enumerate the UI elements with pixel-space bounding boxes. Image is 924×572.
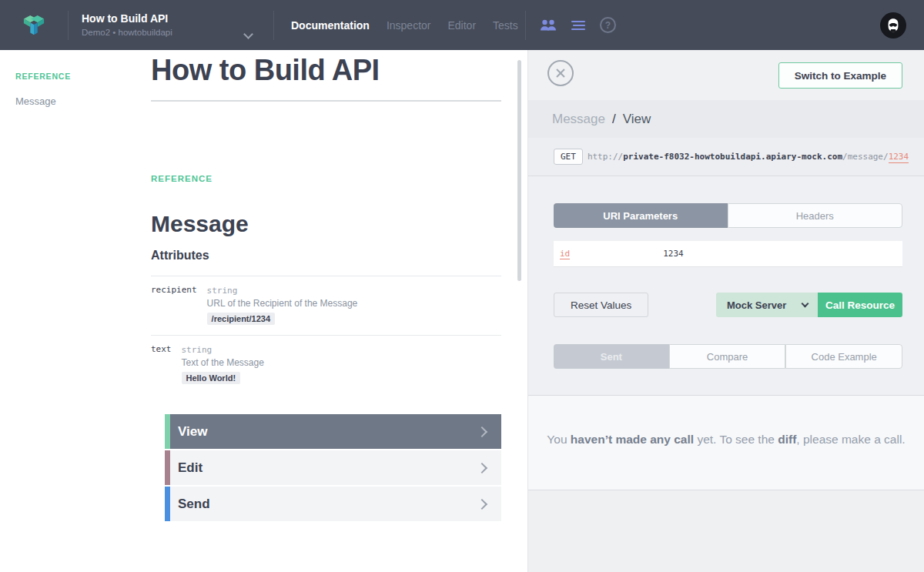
switch-to-example-button[interactable]: Switch to Example bbox=[778, 62, 902, 89]
url-path: /message bbox=[842, 152, 883, 162]
close-icon[interactable] bbox=[547, 60, 574, 86]
doc-content: How to Build API REFERENCE Message Attri… bbox=[151, 50, 501, 523]
attributes-heading: Attributes bbox=[151, 249, 501, 263]
apiary-app: How to Build API Demo2 • howtobuildapi D… bbox=[0, 0, 924, 572]
url-host: private-f8032-howtobuildapi.apiary-mock.… bbox=[623, 152, 842, 162]
url-separator: / bbox=[883, 152, 889, 162]
main-nav: Documentation Inspector Editor Tests bbox=[274, 19, 525, 32]
tab-compare[interactable]: Compare bbox=[669, 344, 786, 369]
reference-link[interactable]: REFERENCE bbox=[151, 174, 213, 183]
url-param-value[interactable]: 1234 bbox=[889, 152, 909, 163]
action-view[interactable]: View bbox=[165, 414, 501, 449]
breadcrumb-separator: / bbox=[612, 112, 616, 127]
breadcrumb-parent[interactable]: Message bbox=[552, 112, 605, 127]
attribute-description: URL of the Recipient of the Message bbox=[207, 297, 358, 310]
param-name[interactable]: id bbox=[560, 249, 570, 259]
stormtrooper-icon bbox=[885, 17, 902, 34]
breadcrumb: Message / View bbox=[528, 100, 924, 138]
action-list: View Edit Send bbox=[165, 414, 501, 521]
table-of-contents: REFERENCE Message bbox=[15, 72, 71, 107]
team-icon[interactable] bbox=[540, 18, 557, 32]
action-label: Send bbox=[178, 497, 210, 512]
attribute-name: text bbox=[151, 342, 172, 384]
top-header: How to Build API Demo2 • howtobuildapi D… bbox=[0, 0, 924, 50]
server-select[interactable]: Mock Server bbox=[716, 293, 818, 317]
resource-title: Message bbox=[151, 211, 501, 237]
call-resource-button[interactable]: Call Resource bbox=[818, 293, 902, 317]
project-title: How to Build API bbox=[82, 12, 273, 25]
toc-section-label: REFERENCE bbox=[15, 72, 71, 81]
tab-sent[interactable]: Sent bbox=[554, 344, 669, 369]
title-divider bbox=[151, 100, 501, 102]
attribute-description: Text of the Message bbox=[182, 356, 264, 370]
empty-state-message: You haven’t made any call yet. To see th… bbox=[528, 433, 924, 447]
chevron-right-icon bbox=[477, 498, 487, 509]
console-toolbar: Switch to Example bbox=[528, 50, 924, 100]
action-edit[interactable]: Edit bbox=[165, 450, 501, 485]
attributes-table: recipient string URL of the Recipient of… bbox=[151, 276, 501, 394]
console-footer-area bbox=[528, 490, 924, 572]
http-method-badge: GET bbox=[554, 149, 583, 165]
logo-link[interactable] bbox=[0, 12, 68, 38]
tab-code-example[interactable]: Code Example bbox=[785, 344, 902, 369]
call-controls: Reset Values Mock Server Call Resource bbox=[554, 293, 902, 317]
uri-parameter-row: id bbox=[554, 241, 902, 267]
attribute-name: recipient bbox=[151, 283, 197, 325]
scrollbar-handle[interactable] bbox=[517, 60, 521, 281]
attribute-type: string bbox=[182, 342, 264, 356]
header-icons: ? bbox=[526, 17, 616, 33]
param-value-input[interactable] bbox=[663, 249, 832, 259]
documentation-panel: REFERENCE Message How to Build API REFER… bbox=[0, 50, 527, 572]
page-title: How to Build API bbox=[151, 50, 501, 87]
request-settings: URI Parameters Headers id Reset Values M… bbox=[528, 176, 924, 396]
attribute-example-badge: Hello World! bbox=[182, 372, 241, 384]
sidebar-item-message[interactable]: Message bbox=[15, 95, 71, 107]
console-panel: Switch to Example Message / View GET htt… bbox=[527, 50, 924, 572]
help-icon[interactable]: ? bbox=[600, 17, 616, 33]
table-row: text string Text of the Message Hello Wo… bbox=[151, 335, 501, 394]
action-send[interactable]: Send bbox=[165, 487, 501, 521]
empty-state-section: You haven’t made any call yet. To see th… bbox=[528, 396, 924, 490]
nav-documentation[interactable]: Documentation bbox=[291, 19, 370, 32]
project-switcher[interactable]: How to Build API Demo2 • howtobuildapi bbox=[69, 12, 273, 38]
url-scheme: http:// bbox=[588, 152, 623, 162]
apiary-logo-icon bbox=[22, 12, 45, 38]
action-label: View bbox=[178, 424, 207, 440]
attribute-example-badge: /recipient/1234 bbox=[207, 313, 275, 325]
tab-uri-parameters[interactable]: URI Parameters bbox=[554, 203, 728, 228]
user-avatar[interactable] bbox=[880, 12, 906, 38]
request-url-bar: GET http://private-f8032-howtobuildapi.a… bbox=[528, 138, 924, 176]
server-select-value: Mock Server bbox=[727, 299, 786, 311]
tab-headers[interactable]: Headers bbox=[728, 203, 903, 228]
chevron-right-icon bbox=[477, 462, 487, 473]
action-label: Edit bbox=[178, 460, 203, 476]
reset-values-button[interactable]: Reset Values bbox=[554, 293, 648, 317]
request-url: http://private-f8032-howtobuildapi.apiar… bbox=[588, 152, 909, 162]
diff-lines-icon[interactable] bbox=[571, 19, 586, 32]
nav-inspector[interactable]: Inspector bbox=[387, 19, 431, 32]
request-tabs: URI Parameters Headers bbox=[554, 203, 902, 228]
breadcrumb-current: View bbox=[623, 112, 651, 127]
attribute-type: string bbox=[207, 283, 358, 297]
help-glyph: ? bbox=[605, 20, 611, 31]
response-tabs: Sent Compare Code Example bbox=[554, 344, 902, 369]
nav-editor[interactable]: Editor bbox=[447, 19, 476, 32]
nav-tests[interactable]: Tests bbox=[493, 19, 518, 32]
chevron-right-icon bbox=[477, 426, 487, 437]
chevron-down-icon bbox=[802, 300, 809, 308]
table-row: recipient string URL of the Recipient of… bbox=[151, 276, 501, 335]
